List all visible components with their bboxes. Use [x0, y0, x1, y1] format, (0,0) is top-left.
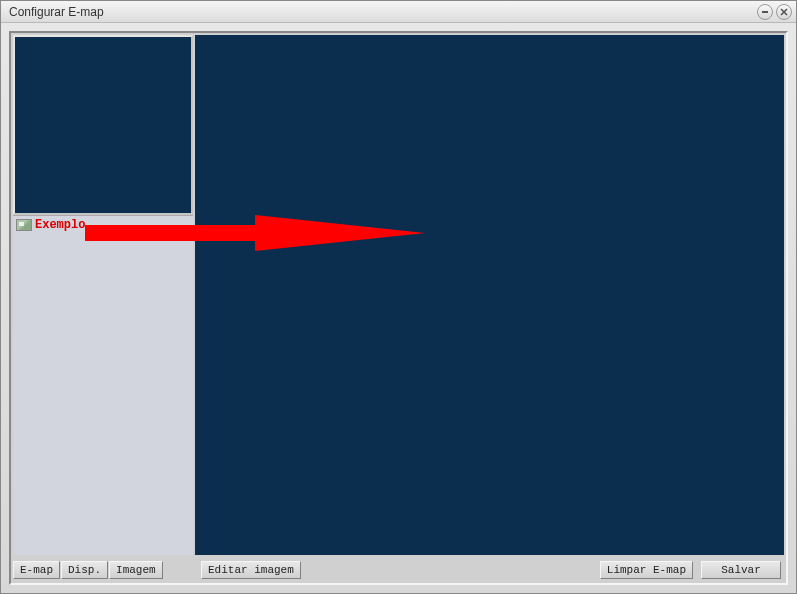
map-canvas[interactable]	[195, 35, 784, 555]
tree-item-label: Exemplo	[35, 218, 85, 232]
bottom-toolbar: E-map Disp. Imagem Editar imagem Limpar …	[13, 555, 784, 581]
content-frame: Exemplo E-map Disp. Imagem Editar imagem	[9, 31, 788, 585]
disp-button[interactable]: Disp.	[61, 561, 108, 579]
tree-item-exemplo[interactable]: Exemplo	[13, 216, 193, 234]
close-button[interactable]	[776, 4, 792, 20]
imagem-button[interactable]: Imagem	[109, 561, 163, 579]
window-title: Configurar E-map	[9, 5, 104, 19]
window-body: Exemplo E-map Disp. Imagem Editar imagem	[1, 23, 796, 593]
limpar-emap-button[interactable]: Limpar E-map	[600, 561, 693, 579]
salvar-button[interactable]: Salvar	[701, 561, 781, 579]
emap-button[interactable]: E-map	[13, 561, 60, 579]
minimize-icon	[761, 8, 769, 16]
app-window: Configurar E-map Exemplo	[0, 0, 797, 594]
left-panel: Exemplo	[13, 35, 193, 555]
map-thumbnail-icon	[16, 219, 32, 231]
close-icon	[780, 8, 788, 16]
titlebar-buttons	[757, 4, 792, 20]
editar-imagem-button[interactable]: Editar imagem	[201, 561, 301, 579]
left-button-group: E-map Disp. Imagem	[13, 561, 193, 579]
titlebar: Configurar E-map	[1, 1, 796, 23]
minimize-button[interactable]	[757, 4, 773, 20]
tree-panel: Exemplo	[13, 215, 193, 555]
right-button-group: Limpar E-map Salvar	[600, 561, 784, 579]
map-preview[interactable]	[13, 35, 193, 215]
main-area: Exemplo	[13, 35, 784, 555]
svg-rect-0	[762, 11, 768, 13]
